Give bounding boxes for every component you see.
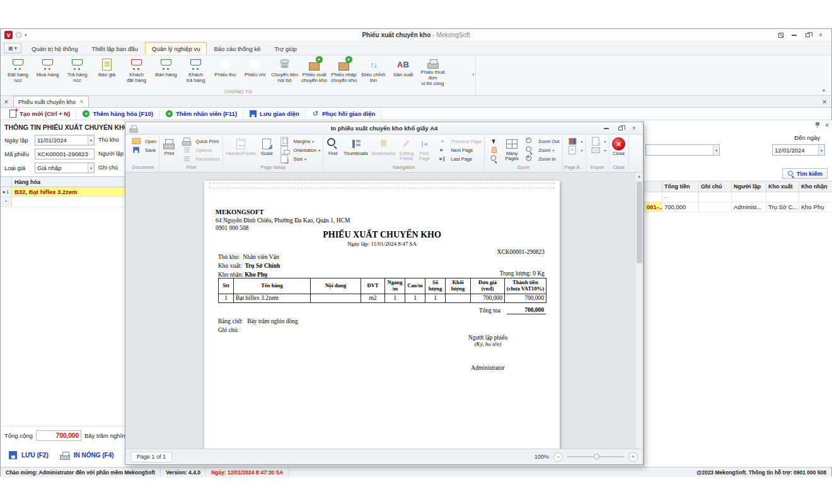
field-input[interactable]: Giá nhập▾ xyxy=(35,163,95,173)
grid-column-header[interactable]: Ghi chú xyxy=(699,181,732,192)
zoom-in-button[interactable]: Zoom In xyxy=(521,154,561,163)
ribbon-button-15[interactable]: Phiếu thuê đơn vị thi công xyxy=(418,55,448,87)
field-input[interactable]: XCK00001-290823 xyxy=(35,149,95,159)
filter-cell[interactable] xyxy=(732,192,766,202)
grid-column-header[interactable] xyxy=(645,181,662,192)
dialog-minimize-button[interactable] xyxy=(600,123,613,133)
ribbon-button-13[interactable]: Điều chỉnh tồn xyxy=(359,55,388,87)
grid-column-header[interactable]: Người lập xyxy=(732,181,766,192)
last-page-button[interactable]: Last Page xyxy=(433,154,483,163)
doc-table-header: Ngang /m xyxy=(385,278,405,294)
scale-button[interactable]: Scale xyxy=(258,135,275,164)
ribbon-button-12[interactable]: Phiếu nhập chuyển kho xyxy=(329,55,359,87)
ribbon-button-10[interactable]: Chuyển tiền nội bộ xyxy=(270,55,299,87)
tabbar-close-icon[interactable]: ✕ xyxy=(818,99,831,107)
zoom-out-button[interactable]: − xyxy=(553,452,563,462)
thumbnails-button[interactable]: Thumbnails xyxy=(342,135,370,164)
new-row[interactable]: * xyxy=(1,197,127,207)
ribbon-button-7[interactable]: Khách trả hàng xyxy=(181,55,211,87)
bookmarks-button[interactable]: Bookmarks xyxy=(370,135,398,164)
chevron-down-icon[interactable]: ▾ xyxy=(88,163,94,173)
filter-cell[interactable] xyxy=(766,192,799,202)
tab-x-icon[interactable]: ✕ xyxy=(79,99,84,105)
ribbon-tab-1[interactable]: Quản trị hệ thống xyxy=(25,42,84,55)
ribbon-tab-4[interactable]: Báo cáo thống kê xyxy=(207,42,267,55)
quick-access-chevron-icon[interactable]: ▾ xyxy=(25,33,27,38)
ribbon-button-1[interactable]: Đặt hàng ncc xyxy=(3,55,33,87)
zoom-in-button[interactable]: + xyxy=(628,452,638,462)
to-date-picker[interactable]: 12/01/2024 ▾ xyxy=(772,144,825,156)
find-button[interactable]: Find xyxy=(324,135,342,164)
ribbon-menu-button[interactable]: ▦▾ xyxy=(4,43,21,54)
panel-close-icon[interactable]: ✕ xyxy=(824,122,829,129)
tab-phieu-xuat-chuyen-kho[interactable]: Phiếu xuất chuyển kho ✕ xyxy=(13,96,89,107)
save-button[interactable]: Save xyxy=(127,146,158,154)
ribbon-button-11[interactable]: Phiếu xuất chuyển kho xyxy=(299,55,329,87)
watermark-button[interactable]: ▾ xyxy=(563,146,585,154)
ribbon-button-8[interactable]: Phiếu thu xyxy=(211,55,240,87)
action-button-4[interactable]: Lưu giao diện xyxy=(243,109,306,119)
ribbon-button-2[interactable]: Mua hàng xyxy=(33,55,62,87)
ribbon-button-9[interactable]: Phiếu chi xyxy=(240,55,270,87)
form-button-2[interactable]: IN NÓNG (F4) xyxy=(57,448,117,462)
action-button-5[interactable]: Phục hồi giao diện xyxy=(306,109,381,119)
chevron-down-icon[interactable]: ▾ xyxy=(88,135,94,145)
many-pages-button[interactable]: Many Pages xyxy=(503,135,521,164)
first-page-button[interactable]: First Page xyxy=(415,135,433,164)
ribbon-button-6[interactable]: Bán hàng xyxy=(151,55,181,87)
ribbon-button-14[interactable]: Sản xuất xyxy=(388,55,418,87)
editing-fields-button[interactable]: Editing Fields xyxy=(397,135,415,164)
close-button[interactable]: × xyxy=(815,31,826,40)
filter-cell[interactable] xyxy=(799,192,832,202)
pin-icon[interactable] xyxy=(815,122,820,129)
grid-column-header[interactable]: Tổng tiền xyxy=(662,181,699,192)
size-button[interactable]: Size▾ xyxy=(275,154,322,163)
chevron-down-icon[interactable]: ▾ xyxy=(713,145,719,155)
action-button-1[interactable]: Tạo mới (Ctrl + N) xyxy=(3,109,76,119)
filter-cell[interactable] xyxy=(699,192,732,202)
form-button-1[interactable]: LƯU (F2) xyxy=(4,448,52,462)
ribbon-collapse-icon[interactable]: ▴ xyxy=(823,87,825,93)
items-grid-header: Hàng hóa xyxy=(1,177,127,187)
table-row[interactable]: ▸1 B32, Bạt hiflex 3.2zem xyxy=(1,187,127,197)
filter-cell[interactable] xyxy=(645,192,662,202)
ribbon-tab-2[interactable]: Thiết lập ban đầu xyxy=(84,42,144,55)
zoom-slider[interactable] xyxy=(567,456,624,457)
search-button[interactable]: Tìm kiếm xyxy=(782,168,828,179)
restore-button[interactable] xyxy=(802,31,813,40)
tab-close-icon[interactable]: ✕ xyxy=(1,96,12,107)
dialog-maximize-button[interactable] xyxy=(614,123,627,133)
zoom-slider-thumb[interactable] xyxy=(594,454,599,459)
ribbon-tab-5[interactable]: Trợ giúp xyxy=(267,42,303,55)
preview-scrollbar[interactable]: ▲ xyxy=(635,173,643,449)
magnifier-button[interactable] xyxy=(485,154,503,163)
filter-cell[interactable]: – xyxy=(662,192,699,202)
printer-big-icon xyxy=(162,137,176,151)
fullscreen-button[interactable] xyxy=(775,31,787,40)
grid-column-header[interactable]: Kho nhận xyxy=(799,181,832,192)
doc-table-header: Stt xyxy=(219,278,234,294)
form-row-1: Ngày lập11/01/2024▾Thủ kho xyxy=(1,133,127,147)
chevron-down-icon[interactable]: ▾ xyxy=(818,145,824,155)
ribbon-button-4[interactable]: Báo giá xyxy=(92,55,122,87)
dialog-close-button[interactable]: × xyxy=(628,123,640,133)
ribbon-button-5[interactable]: Khách đặt hàng xyxy=(122,55,151,87)
scroll-up-icon[interactable]: ▲ xyxy=(635,173,643,181)
chevron-down-icon: ▾ xyxy=(581,148,583,152)
ribbon-button-3[interactable]: Trả hàng ncc xyxy=(62,55,92,87)
ribbon-tab-3[interactable]: Quản lý nghiệp vụ xyxy=(145,42,207,55)
action-button-3[interactable]: Thêm nhân viên (F11) xyxy=(159,109,243,119)
action-button-2[interactable]: Thêm hàng hóa (F10) xyxy=(76,109,159,119)
scrollbar-thumb[interactable] xyxy=(637,181,642,263)
mail-button[interactable]: ▾ xyxy=(587,146,608,154)
header-footer-button[interactable]: Header/Footer xyxy=(224,135,258,164)
table-row[interactable]: 001-...700,000Administ...Trụ Sở C...Kho … xyxy=(645,202,832,212)
grid-column-header[interactable]: Kho xuất xyxy=(766,181,799,192)
quick-access-icon[interactable] xyxy=(16,32,21,38)
filter-combobox[interactable]: ▾ xyxy=(645,144,720,156)
minimize-button[interactable] xyxy=(789,31,800,40)
print-button[interactable]: Print xyxy=(160,135,178,164)
field-input[interactable]: 11/01/2024▾ xyxy=(35,135,95,146)
parameters-button[interactable]: Parameters xyxy=(178,154,222,163)
close-button[interactable]: Close xyxy=(610,135,628,164)
